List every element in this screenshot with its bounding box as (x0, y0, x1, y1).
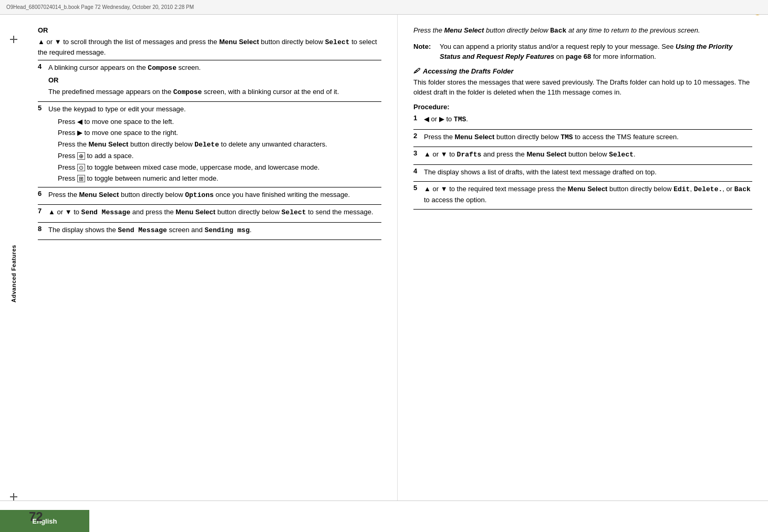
header-bar: O9Head_68007024014_b.book Page 72 Wednes… (0, 0, 768, 15)
step-5-main: Use the keypad to type or edit your mess… (48, 104, 381, 114)
menu-select-right-intro: Menu Select (444, 26, 484, 34)
step-5-sub-2: Press ▶ to move one space to the right. (48, 128, 381, 138)
step-4-text: A blinking cursor appears on the Compose… (48, 62, 381, 74)
step-4-num: 4 (38, 62, 48, 100)
step-7-num: 7 (38, 207, 48, 220)
right-step-4-content: The display shows a list of drafts, with… (424, 167, 752, 180)
section-body: This folder stores the messages that wer… (413, 77, 752, 98)
step-5-num: 5 (38, 104, 48, 185)
select-mono-intro: Select (325, 38, 350, 46)
or-label: OR (38, 26, 48, 34)
section-title: Accessing the Drafts Folder (423, 67, 514, 75)
menu-select-7: Menu Select (175, 208, 215, 216)
right-intro: Press the Menu Select button directly be… (413, 25, 752, 36)
right-step-2: 2 Press the Menu Select button directly … (413, 132, 752, 145)
section-heading: 🖊 Accessing the Drafts Folder (413, 67, 752, 75)
right-step-3-content: ▲ or ▼ to Drafts and press the Menu Sele… (424, 149, 752, 162)
back-mono-r5: Back (734, 185, 751, 193)
note-label: Note: (413, 41, 435, 62)
step-5-sub-6: Press ⊞ to toggle between numeric and le… (48, 173, 381, 184)
procedure-label: Procedure: (413, 102, 752, 112)
send-message-mono-7: Send Message (81, 208, 131, 216)
drafts-mono: Drafts (457, 151, 482, 159)
bottom-bar: English 72 (0, 500, 768, 532)
delete-mono: Delete (194, 141, 219, 149)
delete-mono-r5: Delete. (694, 185, 723, 193)
tms-mono-1: TMS (454, 116, 466, 123)
section-icon: 🖊 (413, 67, 420, 75)
right-step-1-content: ◀ or ▶ to TMS. (424, 114, 752, 127)
right-divider-4 (413, 181, 752, 182)
tms-mono-2: TMS (561, 133, 573, 141)
options-mono: Options (185, 191, 214, 199)
step-5-sub-3: Press the Menu Select button directly be… (48, 139, 381, 150)
right-step-3: 3 ▲ or ▼ to Drafts and press the Menu Se… (413, 149, 752, 162)
menu-select-5: Menu Select (89, 140, 129, 148)
note-page-ref: page 68 (566, 53, 591, 60)
step-4-or: OR (48, 75, 381, 86)
right-step-1: 1 ◀ or ▶ to TMS. (413, 114, 752, 127)
intro-or: OR (38, 25, 381, 36)
right-step-3-num: 3 (413, 149, 424, 162)
compose-mono-1: Compose (148, 64, 177, 72)
step-7: 7 ▲ or ▼ to Send Message and press the M… (38, 207, 381, 220)
divider-6 (38, 204, 381, 205)
step-5-sub-1: Press ◀ to move one space to the left. (48, 117, 381, 127)
step-5-sub-5: Press ⊙ to toggle between mixed case mod… (48, 162, 381, 173)
right-step-5: 5 ▲ or ▼ to the required text message pr… (413, 184, 752, 207)
divider-intro (38, 60, 381, 60)
sidebar-crosshair-bottom (10, 493, 17, 500)
right-step-4-num: 4 (413, 167, 424, 180)
divider-5 (38, 187, 381, 187)
right-divider-5 (413, 209, 752, 210)
back-mono: Back (550, 27, 566, 35)
note-block: Note: You can append a priority status a… (413, 41, 752, 62)
right-step-2-content: Press the Menu Select button directly be… (424, 132, 752, 145)
step-8: 8 The display shows the Send Message scr… (38, 225, 381, 238)
step-6: 6 Press the Menu Select button directly … (38, 190, 381, 203)
english-badge: English (0, 510, 89, 532)
compose-mono-2: Compose (173, 88, 202, 96)
divider-7 (38, 222, 381, 223)
case-key: ⊙ (77, 164, 85, 171)
menu-select-r3: Menu Select (526, 150, 566, 158)
page-number: 72 (29, 509, 43, 524)
right-step-4-text: The display shows a list of drafts, with… (424, 167, 752, 178)
divider-8 (38, 239, 381, 240)
menu-select-intro: Menu Select (219, 38, 259, 46)
right-step-4: 4 The display shows a list of drafts, wi… (413, 167, 752, 180)
menu-select-6: Menu Select (79, 191, 119, 199)
right-step-5-text: ▲ or ▼ to the required text message pres… (424, 184, 752, 205)
step-6-num: 6 (38, 190, 48, 203)
select-mono-r3: Select (609, 151, 634, 159)
space-key: ⊕ (77, 152, 85, 160)
step-4-subtext: The predefined message appears on the Co… (48, 87, 381, 98)
select-mono-7: Select (282, 208, 306, 216)
edit-mono: Edit (673, 185, 690, 193)
right-step-5-num: 5 (413, 184, 424, 207)
menu-select-r2: Menu Select (455, 133, 495, 141)
send-message-mono-8: Send Message (118, 226, 167, 234)
step-7-content: ▲ or ▼ to Send Message and press the Men… (48, 207, 381, 220)
step-4-content: A blinking cursor appears on the Compose… (48, 62, 381, 100)
step-5-sub-4: Press ⊕ to add a space. (48, 151, 381, 161)
arrow-symbols: ▲ or ▼ (38, 38, 63, 46)
right-divider-1 (413, 129, 752, 130)
right-step-2-text: Press the Menu Select button directly be… (424, 132, 752, 143)
right-step-1-num: 1 (413, 114, 424, 127)
divider-4 (38, 101, 381, 102)
step-6-text: Press the Menu Select button directly be… (48, 190, 381, 201)
right-divider-3 (413, 164, 752, 165)
intro-text: ▲ or ▼ to scroll through the list of mes… (38, 37, 381, 58)
step-5: 5 Use the keypad to type or edit your me… (38, 104, 381, 185)
step-4: 4 A blinking cursor appears on the Compo… (38, 62, 381, 100)
sending-msg-mono: Sending msg (204, 226, 250, 234)
sidebar-crosshair-top (10, 36, 17, 43)
right-step-2-num: 2 (413, 132, 424, 145)
menu-select-r5: Menu Select (568, 185, 608, 193)
step-8-num: 8 (38, 225, 48, 238)
right-divider-2 (413, 147, 752, 147)
note-content: You can append a priority status and/or … (440, 41, 752, 62)
step-8-text: The display shows the Send Message scree… (48, 225, 381, 236)
num-key: ⊞ (77, 175, 85, 182)
